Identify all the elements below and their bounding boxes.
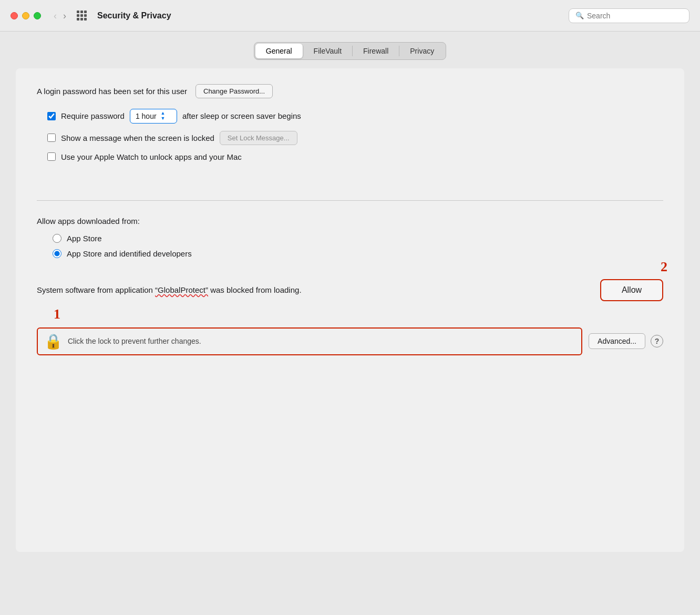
lock-wrapper: 1 🔒 Click the lock to prevent further ch… [37,327,582,355]
app-store-label: App Store [67,234,102,243]
allow-button[interactable]: Allow [600,279,663,301]
maximize-button[interactable] [34,12,41,19]
search-icon: 🔍 [575,12,584,19]
blocked-text-1: System software from application [37,285,155,294]
app-store-identified-row: App Store and identified developers [53,249,663,258]
downloads-label: Allow apps downloaded from: [37,217,663,226]
lock-text: Click the lock to prevent further change… [68,337,201,345]
search-input[interactable] [587,12,683,20]
annotation-1: 1 [54,306,60,322]
minimize-button[interactable] [22,12,29,19]
bottom-right: Advanced... ? [589,333,663,349]
titlebar: ‹ › Security & Privacy 🔍 [0,0,700,32]
bottom-bar: 1 🔒 Click the lock to prevent further ch… [37,322,663,355]
stepper-down-icon: ▼ [161,116,166,121]
after-sleep-label: after sleep or screen saver begins [182,111,301,120]
window-title: Security & Privacy [97,11,562,20]
annotation-2: 2 [661,259,667,275]
stepper-arrows: ▲ ▼ [161,111,166,121]
section-divider [37,200,663,201]
change-password-button[interactable]: Change Password... [195,84,273,98]
tabs-container: General FileVault Firewall Privacy [16,42,684,60]
app-store-identified-label: App Store and identified developers [67,249,192,258]
blocked-app-name: “GlobalProtect” [155,285,208,294]
nav-arrows: ‹ › [52,10,68,22]
search-bar[interactable]: 🔍 [569,8,689,23]
password-timeout-value: 1 hour [136,112,157,120]
apple-watch-label: Use your Apple Watch to unlock apps and … [61,152,242,161]
allow-btn-wrapper: 2 Allow [600,279,663,301]
password-set-label: A login password has been set for this u… [37,87,187,96]
tab-general[interactable]: General [255,44,303,58]
advanced-button[interactable]: Advanced... [589,333,645,349]
show-message-row: Show a message when the screen is locked… [47,131,663,145]
blocked-text-2: was blocked from loading. [208,285,302,294]
tab-firewall[interactable]: Firewall [353,44,399,58]
section-password: A login password has been set for this u… [37,84,663,184]
back-button[interactable]: ‹ [52,10,59,22]
show-message-checkbox[interactable] [47,134,56,142]
forward-button[interactable]: › [61,10,68,22]
section-downloads: Allow apps downloaded from: App Store Ap… [37,217,663,258]
password-timeout-dropdown[interactable]: 1 hour ▲ ▼ [130,109,177,124]
set-lock-message-button[interactable]: Set Lock Message... [220,131,297,145]
password-row: A login password has been set for this u… [37,84,663,98]
tab-privacy[interactable]: Privacy [399,44,445,58]
show-message-label: Show a message when the screen is locked [61,134,214,142]
app-store-row: App Store [53,234,663,243]
app-store-radio[interactable] [53,234,61,243]
help-button[interactable]: ? [651,335,663,347]
close-button[interactable] [11,12,18,19]
lock-icon[interactable]: 🔒 [44,333,63,350]
app-store-identified-radio[interactable] [53,249,61,258]
traffic-lights [11,12,41,19]
apple-watch-checkbox[interactable] [47,152,56,161]
content-area: General FileVault Firewall Privacy A log… [0,32,700,615]
require-password-label: Require password [61,111,125,120]
require-password-checkbox[interactable] [47,112,56,120]
app-grid-icon[interactable] [77,11,87,20]
tab-filevault[interactable]: FileVault [303,44,352,58]
panel: A login password has been set for this u… [16,68,684,552]
blocked-text: System software from application “Global… [37,284,590,296]
tabs: General FileVault Firewall Privacy [254,42,446,60]
require-password-row: Require password 1 hour ▲ ▼ after sleep … [47,109,663,124]
blocked-section: System software from application “Global… [37,274,663,301]
apple-watch-row: Use your Apple Watch to unlock apps and … [47,152,663,161]
